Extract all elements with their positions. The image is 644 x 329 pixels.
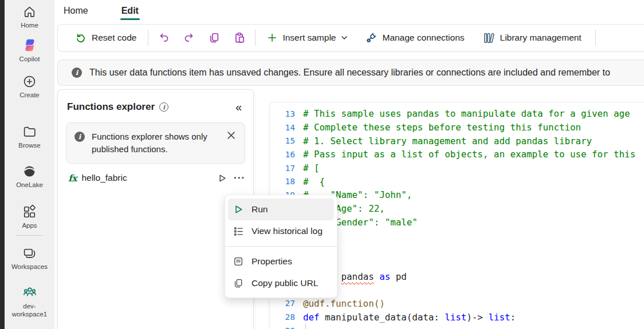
code-text: # Complete these steps before testing th… [303, 122, 581, 133]
redo-button[interactable] [180, 29, 198, 46]
code-text: # [ [303, 162, 320, 173]
code-text: # { [303, 176, 325, 187]
sidebar-item-create[interactable]: Create [5, 74, 54, 99]
function-list-item[interactable]: fx hello_fabric ··· [68, 173, 245, 184]
sidebar-divider [16, 235, 43, 236]
code-line[interactable]: 14# Complete these steps before testing … [270, 121, 644, 134]
code-line[interactable]: 15# 1. Select library management and add… [270, 134, 644, 148]
line-number: 15 [270, 136, 295, 145]
run-function-button[interactable] [217, 173, 227, 183]
line-number: 16 [270, 150, 295, 159]
menu-item-run[interactable]: Run [228, 199, 334, 220]
toolbar-separator [148, 30, 148, 46]
banner-text: This user data functions item has unsave… [89, 68, 610, 78]
code-line[interactable]: 27@udf.function() [270, 297, 644, 311]
insert-sample-button[interactable]: Insert sample [262, 29, 352, 46]
workspaces-icon [22, 246, 37, 260]
home-icon [22, 5, 37, 19]
chevron-down-icon [341, 34, 348, 41]
properties-icon [233, 256, 244, 267]
historical-log-icon [233, 226, 244, 237]
run-icon [233, 204, 244, 215]
line-number: 17 [270, 164, 295, 173]
copy-icon [233, 278, 244, 288]
info-icon[interactable]: i [159, 102, 168, 112]
line-number: 29 [270, 326, 295, 329]
undo-button[interactable] [155, 29, 172, 46]
tab-home[interactable]: Home [54, 0, 97, 22]
info-icon: i [72, 68, 82, 78]
app-window: Home Copilot Create Browse OneLake [0, 0, 644, 329]
edit-toolbar: Reset code Insert sample Manage connecti… [57, 24, 644, 51]
menu-item-view-historical-log[interactable]: View historical log [228, 220, 334, 242]
collapse-panel-icon[interactable]: « [232, 100, 245, 114]
sidebar-item-onelake[interactable]: OneLake [5, 164, 54, 189]
tab-edit[interactable]: Edit [112, 0, 148, 22]
code-line[interactable]: 16# Pass input as a list of objects, an … [270, 148, 644, 161]
onelake-icon [22, 164, 37, 179]
reset-arrow-icon [75, 32, 87, 43]
library-books-icon [483, 32, 495, 44]
code-line[interactable]: 17# [ [270, 161, 644, 175]
line-number: 18 [270, 177, 295, 186]
line-number: 27 [270, 299, 295, 308]
code-text: def manipulate_data(data: list)-> list: [303, 312, 516, 323]
code-line[interactable]: 13# This sample uses pandas to manipulat… [270, 107, 644, 121]
plug-gear-icon [365, 32, 377, 44]
fx-function-icon: fx [68, 173, 76, 184]
workspace-people-icon [22, 285, 37, 300]
paste-button[interactable] [231, 29, 248, 46]
ribbon-tabs: Home Edit [54, 0, 644, 22]
code-text: # 1. Select library management and add p… [303, 136, 592, 146]
published-functions-notice: i Functions explorer shows only publishe… [66, 122, 245, 164]
plus-icon [267, 33, 277, 43]
manage-connections-button[interactable]: Manage connections [360, 29, 469, 47]
line-number: 28 [270, 312, 295, 322]
code-line[interactable]: 29 [270, 324, 644, 329]
function-name: hello_fabric [81, 173, 127, 183]
sidebar-item-copilot[interactable]: Copilot [5, 38, 54, 63]
panel-title: Functions explorer [67, 101, 155, 113]
folder-icon [22, 125, 37, 139]
menu-item-copy-public-url[interactable]: Copy public URL [228, 272, 334, 294]
toolbar-separator [595, 30, 596, 46]
sidebar-item-apps[interactable]: Apps [5, 205, 54, 229]
code-text: # This sample uses pandas to manipulate … [303, 108, 630, 119]
line-number: 13 [270, 109, 295, 118]
unsaved-changes-banner: i This user data functions item has unsa… [57, 60, 644, 86]
copy-button[interactable] [206, 29, 223, 46]
sidebar-item-dev-workspace1[interactable]: dev-workspace1 [5, 285, 54, 319]
line-number: 14 [270, 123, 295, 132]
apps-grid-icon [22, 205, 37, 219]
code-line[interactable]: 18# { [270, 175, 644, 188]
window-edge-rail [0, 0, 5, 329]
left-nav-sidebar: Home Copilot Create Browse OneLake [5, 0, 54, 329]
copilot-icon [22, 38, 37, 53]
menu-divider [225, 246, 337, 247]
sidebar-item-browse[interactable]: Browse [5, 125, 54, 149]
notice-text: Functions explorer shows only published … [92, 130, 217, 156]
sidebar-item-home[interactable]: Home [5, 5, 54, 29]
info-icon: i [74, 132, 85, 142]
code-line[interactable]: 28def manipulate_data(data: list)-> list… [270, 310, 644, 324]
toolbar-separator [255, 30, 256, 46]
more-options-button[interactable]: ··· [234, 176, 245, 181]
code-text: @udf.function() [303, 298, 385, 309]
menu-item-properties[interactable]: Properties [228, 251, 334, 272]
library-management-button[interactable]: Library management [478, 29, 586, 47]
context-menu: Run View historical log Properties Copy … [225, 195, 337, 298]
create-plus-icon [22, 74, 37, 89]
code-text: # Pass input as a list of objects, an ex… [303, 149, 635, 160]
close-icon[interactable] [223, 130, 239, 156]
reset-code-button[interactable]: Reset code [70, 29, 141, 47]
sidebar-item-workspaces[interactable]: Workspaces [5, 246, 54, 271]
